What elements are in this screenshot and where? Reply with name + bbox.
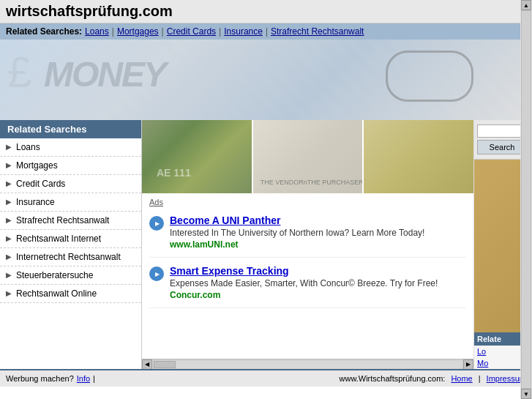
ad-item-2: Smart Expense Tracking Expenses Made Eas… (149, 265, 466, 308)
sidebar-item-strafrecht[interactable]: ▶ Strafrecht Rechtsanwalt (0, 212, 141, 230)
ad-url-2[interactable]: Concur.com (170, 290, 438, 300)
site-text: www.Wirtschaftsprüfung.com: (340, 374, 446, 383)
arrow-icon: ▶ (6, 289, 12, 297)
ads-section: Ads Become A UNI Panther Interested In T… (142, 193, 473, 311)
ad-icon-1 (149, 216, 164, 231)
hero-text: MONEY (44, 54, 165, 94)
arrow-icon: ▶ (6, 198, 12, 206)
hero-banner: MONEY £ (0, 40, 532, 120)
arrow-icon: ▶ (6, 271, 12, 279)
scroll-track (154, 361, 462, 368)
ad-desc-2: Expenses Made Easier, Smarter, With Conc… (170, 278, 438, 288)
money-image (142, 120, 252, 193)
nav-link-strafrecht[interactable]: Strafrecht Rechtsanwalt (271, 26, 364, 37)
nav-link-credit-cards[interactable]: Credit Cards (167, 26, 216, 37)
content-area: Ads Become A UNI Panther Interested In T… (142, 120, 473, 369)
ad-desc-1: Interested In The University of Northern… (170, 228, 424, 238)
scroll-right-arrow[interactable]: ▶ (463, 359, 473, 370)
search-input[interactable] (477, 124, 527, 138)
horizontal-scrollbar[interactable]: ◀ ▶ (142, 359, 473, 369)
related-searches-label: Related Searches: (6, 26, 82, 37)
nav-link-insurance[interactable]: Insurance (224, 26, 263, 37)
scroll-track-v (521, 10, 531, 389)
top-nav-bar: Related Searches: Loans | Mortgages | Cr… (0, 23, 532, 40)
scroll-thumb[interactable] (154, 361, 176, 368)
scroll-down-arrow[interactable]: ▼ (521, 389, 531, 399)
arrow-icon: ▶ (6, 179, 12, 187)
search-button[interactable]: Search (477, 140, 527, 154)
werbung-text: Werbung machen? (6, 374, 74, 383)
arrow-icon: ▶ (6, 216, 12, 224)
sidebar-item-internetrecht[interactable]: ▶ Internetrecht Rechtsanwalt (0, 248, 141, 266)
nav-link-loans[interactable]: Loans (85, 26, 109, 37)
bottom-bar: Werbung machen? Info | www.Wirtschaftspr… (0, 369, 532, 387)
ad-content-2: Smart Expense Tracking Expenses Made Eas… (170, 265, 438, 300)
main-layout: Related Searches ▶ Loans ▶ Mortgages ▶ C… (0, 120, 532, 369)
sidebar-item-insurance[interactable]: ▶ Insurance (0, 193, 141, 212)
ad-title-1[interactable]: Become A UNI Panther (170, 215, 424, 226)
home-link[interactable]: Home (451, 374, 472, 383)
sidebar-item-credit-cards[interactable]: ▶ Credit Cards (0, 175, 141, 193)
info-link[interactable]: Info (77, 374, 90, 383)
sidebar-item-rechtsanwalt-online[interactable]: ▶ Rechtsanwalt Online (0, 285, 141, 303)
ad-icon-2 (149, 266, 164, 281)
arrow-icon: ▶ (6, 253, 12, 261)
sidebar-item-rechtsanwalt-internet[interactable]: ▶ Rechtsanwalt Internet (0, 230, 141, 248)
images-row (142, 120, 473, 193)
sidebar: Related Searches ▶ Loans ▶ Mortgages ▶ C… (0, 120, 142, 369)
ad-item-1: Become A UNI Panther Interested In The U… (149, 215, 466, 258)
currency-symbol: £ (7, 47, 31, 97)
sidebar-item-loans[interactable]: ▶ Loans (0, 138, 141, 157)
arrow-icon: ▶ (6, 143, 12, 151)
sidebar-header: Related Searches (0, 120, 141, 138)
ad-url-1[interactable]: www.IamUNI.net (170, 239, 424, 250)
ad-title-2[interactable]: Smart Expense Tracking (170, 265, 438, 277)
scroll-up-arrow[interactable]: ▲ (521, 0, 531, 10)
sidebar-item-steuerberatersuche[interactable]: ▶ Steuerberatersuche (0, 266, 141, 285)
vertical-scrollbar[interactable]: ▲ ▼ (520, 0, 532, 399)
arrow-icon: ▶ (6, 161, 12, 169)
bottom-left: Werbung machen? Info | (6, 374, 95, 383)
ad-content-1: Become A UNI Panther Interested In The U… (170, 215, 424, 250)
glasses-decoration (386, 51, 473, 102)
keys-image (364, 120, 473, 193)
page-title: wirtschaftsprüfung.com (0, 0, 532, 23)
scroll-left-arrow[interactable]: ◀ (142, 359, 152, 370)
bottom-right: www.Wirtschaftsprüfung.com: Home | Impre… (340, 374, 526, 383)
documents-image (253, 120, 363, 193)
arrow-icon: ▶ (6, 234, 12, 242)
right-panel: Search Relate Lo Mo ▲ ▼ (473, 120, 532, 369)
ads-label[interactable]: Ads (149, 198, 163, 206)
sidebar-item-mortgages[interactable]: ▶ Mortgages (0, 157, 141, 175)
nav-link-mortgages[interactable]: Mortgages (117, 26, 159, 37)
